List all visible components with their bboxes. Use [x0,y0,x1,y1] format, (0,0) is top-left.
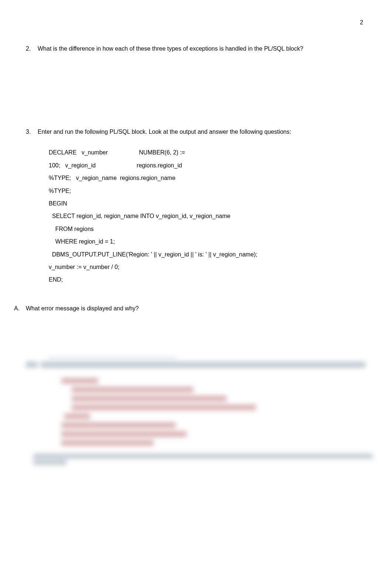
code-line-3: %TYPE; v_region_name regions.region_name [49,172,366,184]
code-line-10: v_number := v_number / 0; [49,261,366,273]
blurred-code-line [61,422,176,428]
blurred-footer-line [33,460,66,465]
question-a: A. What error message is displayed and w… [14,304,366,313]
code-line-4: %TYPE; [49,185,366,197]
code-line-2: 100; v_region_id regions.region_id [49,159,366,172]
page-number: 2 [360,19,363,26]
question-a-text: What error message is displayed and why? [26,304,139,313]
blurred-code-block [61,378,366,446]
question-3: 3. Enter and run the following PL/SQL bl… [26,127,366,136]
code-line-5: BEGIN [49,197,366,210]
blurred-divider [48,357,262,358]
question-2-text: What is the difference in how each of th… [38,44,303,53]
code-line-9: DBMS_OUTPUT.PUT_LINE('Region: ' || v_reg… [49,248,366,261]
blurred-code-line [61,440,154,446]
blurred-code-line [61,378,98,384]
blurred-question [26,362,366,368]
code-line-7: FROM regions [49,223,366,235]
code-block: DECLARE v_number NUMBER(6, 2) := 100; v_… [49,146,366,286]
question-3-number: 3. [26,127,38,136]
question-3-text: Enter and run the following PL/SQL block… [38,127,291,136]
blurred-code-line [72,396,227,401]
question-a-letter: A. [14,304,26,313]
blurred-footer-line [33,454,373,459]
blurred-code-line [72,387,193,392]
blurred-question-number [26,362,38,368]
blurred-code-line [72,405,256,410]
question-2: 2. What is the difference in how each of… [26,44,366,53]
code-line-6: SELECT region_id, region_name INTO v_reg… [49,210,366,222]
code-line-1: DECLARE v_number NUMBER(6, 2) := [49,146,366,159]
blurred-content [26,357,366,465]
code-line-8: WHERE region_id = 1; [49,235,366,248]
code-line-11: END; [49,273,366,286]
question-2-number: 2. [26,44,38,53]
blurred-code-line [64,414,90,419]
blurred-question-text [41,362,365,368]
blurred-code-line [61,431,187,437]
